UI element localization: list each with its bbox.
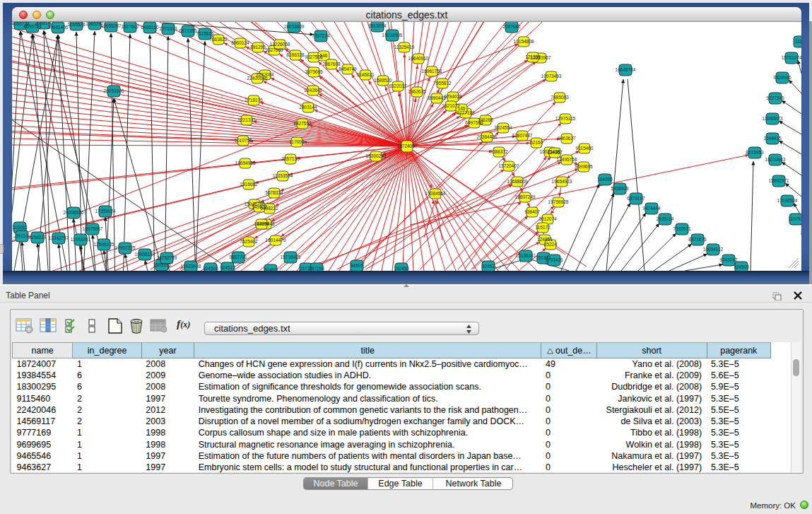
svg-text:19654923: 19654923 bbox=[552, 179, 572, 184]
svg-text:19975857: 19975857 bbox=[83, 226, 103, 231]
svg-text:924505: 924505 bbox=[734, 264, 749, 269]
svg-text:1695335: 1695335 bbox=[153, 262, 171, 267]
svg-text:1733426: 1733426 bbox=[545, 257, 563, 262]
svg-text:16961758: 16961758 bbox=[422, 69, 442, 74]
svg-text:8215953: 8215953 bbox=[746, 150, 764, 155]
svg-text:15136141: 15136141 bbox=[516, 253, 536, 258]
svg-text:1117: 1117 bbox=[795, 39, 801, 44]
svg-text:92452: 92452 bbox=[482, 264, 495, 269]
svg-text:19384554: 19384554 bbox=[425, 191, 446, 196]
svg-text:1916682: 1916682 bbox=[240, 182, 258, 187]
svg-text:16914479: 16914479 bbox=[266, 238, 286, 243]
svg-text:9146821: 9146821 bbox=[356, 72, 375, 77]
svg-text:10973493: 10973493 bbox=[541, 74, 562, 78]
svg-text:1612074: 1612074 bbox=[539, 216, 557, 221]
svg-text:13495758: 13495758 bbox=[557, 157, 577, 162]
svg-text:15300293: 15300293 bbox=[366, 153, 387, 158]
svg-text:16648784: 16648784 bbox=[616, 67, 636, 72]
svg-text:20053346: 20053346 bbox=[104, 88, 124, 93]
svg-text:84505: 84505 bbox=[351, 263, 363, 268]
svg-text:2718176: 2718176 bbox=[245, 98, 263, 103]
svg-text:924513: 924513 bbox=[220, 265, 235, 270]
svg-text:5938928: 5938928 bbox=[611, 186, 629, 191]
svg-text:6879197: 6879197 bbox=[627, 196, 645, 201]
svg-text:121339: 121339 bbox=[525, 54, 541, 59]
svg-text:8990443: 8990443 bbox=[428, 95, 446, 100]
svg-text:9474444: 9474444 bbox=[642, 206, 661, 211]
svg-text:8813054: 8813054 bbox=[368, 23, 387, 28]
svg-text:192450: 192450 bbox=[394, 266, 409, 271]
svg-text:7625402: 7625402 bbox=[240, 239, 258, 244]
svg-text:1071913: 1071913 bbox=[159, 26, 177, 31]
svg-text:16782759: 16782759 bbox=[157, 255, 177, 260]
svg-text:16640910: 16640910 bbox=[408, 56, 429, 61]
svg-text:9115460: 9115460 bbox=[576, 146, 594, 151]
svg-text:7032621: 7032621 bbox=[673, 226, 691, 231]
svg-text:92450: 92450 bbox=[264, 267, 277, 271]
svg-text:137164: 137164 bbox=[309, 266, 324, 271]
svg-text:10655287: 10655287 bbox=[101, 23, 122, 28]
svg-text:8186328: 8186328 bbox=[286, 52, 305, 57]
svg-text:15751074: 15751074 bbox=[782, 55, 801, 60]
svg-text:140994: 140994 bbox=[254, 221, 269, 226]
svg-text:1010755: 1010755 bbox=[234, 138, 252, 143]
svg-text:1588520: 1588520 bbox=[374, 78, 392, 83]
svg-text:1065528: 1065528 bbox=[67, 22, 86, 27]
svg-text:15720407: 15720407 bbox=[499, 163, 519, 168]
svg-text:6794028: 6794028 bbox=[444, 94, 462, 99]
svg-text:8471676: 8471676 bbox=[688, 237, 707, 242]
svg-text:3267130: 3267130 bbox=[281, 156, 300, 161]
svg-text:19756928: 19756928 bbox=[548, 199, 569, 204]
svg-text:62160: 62160 bbox=[530, 140, 543, 145]
svg-text:6671355: 6671355 bbox=[179, 28, 197, 33]
svg-text:891295: 891295 bbox=[250, 45, 266, 49]
svg-text:15692971: 15692971 bbox=[769, 178, 789, 183]
svg-text:116753: 116753 bbox=[788, 216, 801, 221]
svg-text:7515526: 7515526 bbox=[196, 31, 214, 36]
svg-text:10654112: 10654112 bbox=[703, 247, 724, 252]
svg-text:8322037: 8322037 bbox=[389, 83, 407, 88]
svg-text:2087682: 2087682 bbox=[502, 24, 521, 29]
svg-text:13226058: 13226058 bbox=[270, 42, 290, 47]
svg-text:8960124: 8960124 bbox=[231, 40, 249, 45]
svg-text:9329966: 9329966 bbox=[773, 75, 792, 80]
svg-text:9777169: 9777169 bbox=[457, 110, 475, 115]
svg-text:12505135: 12505135 bbox=[94, 242, 114, 247]
svg-text:12923448: 12923448 bbox=[181, 264, 201, 269]
svg-text:17359924: 17359924 bbox=[95, 209, 116, 214]
svg-text:164095: 164095 bbox=[597, 177, 613, 182]
svg-text:11451941: 11451941 bbox=[71, 237, 91, 242]
svg-text:15716485: 15716485 bbox=[281, 255, 301, 259]
svg-text:12093873: 12093873 bbox=[763, 116, 783, 121]
svg-text:746266: 746266 bbox=[478, 117, 493, 122]
svg-text:11353594: 11353594 bbox=[273, 173, 293, 178]
svg-text:10154808: 10154808 bbox=[514, 39, 534, 44]
svg-text:117006: 117006 bbox=[289, 139, 305, 144]
svg-text:18807249: 18807249 bbox=[515, 194, 536, 199]
svg-text:9245052: 9245052 bbox=[719, 257, 738, 262]
svg-text:124851: 124851 bbox=[537, 237, 553, 242]
svg-text:19654985: 19654985 bbox=[235, 160, 256, 165]
svg-text:8454749: 8454749 bbox=[339, 66, 357, 71]
svg-text:1527602: 1527602 bbox=[121, 24, 139, 29]
svg-text:16210643: 16210643 bbox=[765, 157, 786, 162]
svg-text:2867608: 2867608 bbox=[322, 62, 341, 66]
svg-text:2935114: 2935114 bbox=[657, 216, 674, 221]
svg-text:8427552: 8427552 bbox=[293, 121, 312, 126]
svg-text:12975115: 12975115 bbox=[555, 116, 576, 121]
svg-text:39151: 39151 bbox=[16, 233, 28, 238]
svg-text:20206536: 20206536 bbox=[64, 210, 84, 215]
svg-text:19218506: 19218506 bbox=[382, 33, 403, 37]
svg-text:938407: 938407 bbox=[524, 209, 540, 214]
svg-text:9227349: 9227349 bbox=[766, 95, 784, 100]
svg-text:7485063: 7485063 bbox=[551, 95, 569, 100]
svg-text:9327503: 9327503 bbox=[265, 47, 283, 52]
svg-text:145: 145 bbox=[458, 106, 466, 111]
svg-text:6466160: 6466160 bbox=[141, 25, 159, 30]
svg-text:1221331: 1221331 bbox=[237, 117, 256, 122]
svg-text:315061: 315061 bbox=[12, 225, 28, 230]
svg-text:7386372: 7386372 bbox=[490, 149, 508, 154]
svg-text:3875685: 3875685 bbox=[305, 69, 323, 74]
svg-text:10958137: 10958137 bbox=[135, 252, 155, 257]
svg-text:10807487: 10807487 bbox=[512, 133, 533, 138]
